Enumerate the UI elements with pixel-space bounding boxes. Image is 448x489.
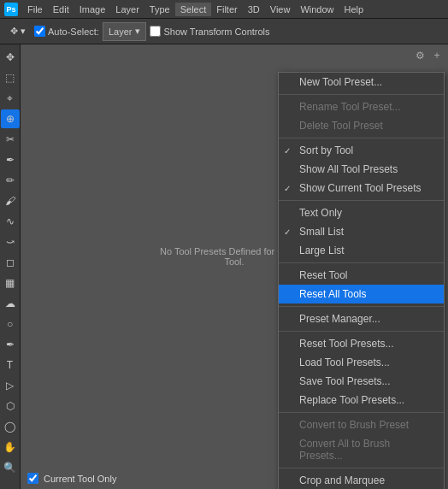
- menu-item-label: Replace Tool Presets...: [299, 394, 404, 406]
- menu-item-label: Rename Tool Preset...: [299, 101, 401, 113]
- menu-item-rename-tool-preset: Rename Tool Preset...: [279, 97, 444, 116]
- menu-item-new-tool-preset[interactable]: New Tool Preset...: [279, 73, 444, 91]
- layer-dropdown[interactable]: Layer ▾: [103, 22, 147, 41]
- auto-select-checkbox[interactable]: [34, 26, 45, 37]
- menu-item-label: Text Only: [299, 207, 342, 219]
- menu-type[interactable]: Type: [144, 3, 175, 16]
- menu-item-label: Reset All Tools: [299, 288, 367, 300]
- tool-dodge[interactable]: ○: [1, 315, 20, 333]
- tool-text[interactable]: T: [1, 356, 20, 374]
- checkmark-icon: ✓: [284, 146, 291, 156]
- menu-edit[interactable]: Edit: [48, 3, 74, 16]
- menu-window[interactable]: Window: [295, 3, 339, 16]
- tool-history[interactable]: ⤻: [1, 233, 20, 251]
- menu-item-save-tool-presets[interactable]: Save Tool Presets...: [279, 372, 444, 391]
- menu-item-reset-tool[interactable]: Reset Tool: [279, 266, 444, 285]
- menu-item-label: Show All Tool Presets: [299, 163, 398, 175]
- menu-separator: [279, 200, 444, 201]
- auto-select-label: Auto-Select:: [48, 27, 99, 37]
- tool-blur[interactable]: ☁: [1, 294, 20, 313]
- tool-3d[interactable]: ◯: [1, 417, 20, 436]
- tool-move[interactable]: ✥: [1, 48, 20, 67]
- menu-separator: [279, 412, 444, 413]
- presets-panel: ⚙ + New Tool Preset...Rename Tool Preset…: [21, 44, 448, 489]
- menu-item-replace-tool-presets[interactable]: Replace Tool Presets...: [279, 391, 444, 409]
- menu-item-label: Reset Tool: [299, 269, 347, 281]
- menu-item-preset-manager[interactable]: Preset Manager...: [279, 309, 444, 328]
- menu-item-label: Convert All to Brush Presets...: [299, 438, 430, 462]
- tool-brush[interactable]: 🖌: [1, 191, 20, 210]
- tool-lasso[interactable]: ⌖: [1, 89, 20, 108]
- tool-hand[interactable]: ✋: [1, 438, 20, 457]
- move-tool-button[interactable]: ✥ ▾: [5, 24, 31, 38]
- menu-item-convert-all-to-brush: Convert All to Brush Presets...: [279, 434, 444, 465]
- tool-rectangular[interactable]: ⬚: [1, 68, 20, 87]
- menu-item-convert-to-brush: Convert to Brush Preset: [279, 415, 444, 434]
- menu-item-label: Load Tool Presets...: [299, 356, 390, 368]
- menu-item-label: Small List: [299, 226, 344, 238]
- app-icon: Ps: [3, 2, 19, 17]
- auto-select-checkbox-label[interactable]: Auto-Select:: [34, 26, 99, 37]
- menu-item-show-all-tool-presets[interactable]: Show All Tool Presets: [279, 160, 444, 179]
- tool-eyedropper[interactable]: ✒: [1, 150, 20, 169]
- menu-item-load-tool-presets[interactable]: Load Tool Presets...: [279, 353, 444, 372]
- menu-item-crop-marquee[interactable]: Crop and Marquee: [279, 471, 444, 489]
- tool-zoom[interactable]: 🔍: [1, 458, 20, 477]
- menu-item-reset-all-tools[interactable]: Reset All Tools: [279, 285, 444, 303]
- tool-heal[interactable]: ✏: [1, 171, 20, 190]
- menu-item-reset-tool-presets[interactable]: Reset Tool Presets...: [279, 334, 444, 353]
- menu-item-label: Delete Tool Preset: [299, 120, 383, 132]
- main-area: ✥ ⬚ ⌖ ⊕ ✂ ✒ ✏ 🖌 ∿ ⤻ ◻ ▦ ☁ ○ ✒ T ▷ ⬡ ◯ ✋ …: [0, 44, 448, 489]
- menu-separator: [279, 262, 444, 263]
- menu-item-sort-by-tool[interactable]: ✓Sort by Tool: [279, 141, 444, 160]
- menu-item-label: Reset Tool Presets...: [299, 338, 394, 350]
- show-transform-text: Show Transform Controls: [163, 27, 269, 37]
- tool-eraser[interactable]: ◻: [1, 253, 20, 272]
- layer-label: Layer: [109, 27, 133, 37]
- current-tool-only-label: Current Tool Only: [44, 474, 116, 484]
- move-dropdown-icon: ▾: [21, 26, 26, 37]
- side-toolbar: ✥ ⬚ ⌖ ⊕ ✂ ✒ ✏ 🖌 ∿ ⤻ ◻ ▦ ☁ ○ ✒ T ▷ ⬡ ◯ ✋ …: [0, 44, 21, 489]
- menu-item-label: Sort by Tool: [299, 144, 353, 156]
- menu-separator: [279, 468, 444, 468]
- dropdown-menu: New Tool Preset...Rename Tool Preset...D…: [278, 72, 445, 489]
- menu-separator: [279, 94, 444, 95]
- show-transform-checkbox[interactable]: [150, 26, 161, 37]
- menu-item-text-only[interactable]: Text Only: [279, 203, 444, 222]
- panel-icons: ⚙ + New Tool Preset...Rename Tool Preset…: [412, 48, 445, 63]
- menu-item-label: New Tool Preset...: [299, 76, 382, 88]
- menu-3d[interactable]: 3D: [243, 3, 265, 16]
- gear-button[interactable]: ⚙: [412, 48, 427, 63]
- menu-item-large-list[interactable]: Large List: [279, 241, 444, 260]
- menu-item-label: Save Tool Presets...: [299, 375, 391, 387]
- menu-help[interactable]: Help: [339, 3, 369, 16]
- checkmark-icon: ✓: [284, 227, 291, 237]
- tool-crop[interactable]: ✂: [1, 130, 20, 149]
- menu-item-label: Large List: [299, 244, 345, 256]
- current-tool-only-checkbox[interactable]: [27, 473, 38, 484]
- tool-gradient[interactable]: ▦: [1, 274, 20, 292]
- ps-logo: Ps: [4, 3, 18, 16]
- tool-shape[interactable]: ⬡: [1, 397, 20, 415]
- menu-separator: [279, 306, 444, 307]
- tool-path[interactable]: ▷: [1, 376, 20, 395]
- menu-view[interactable]: View: [265, 3, 296, 16]
- presets-empty-line2: Tool.: [224, 256, 244, 267]
- tool-pen[interactable]: ✒: [1, 335, 20, 354]
- menu-separator: [279, 138, 444, 138]
- menu-image[interactable]: Image: [74, 3, 111, 16]
- layer-dropdown-icon: ▾: [135, 26, 140, 37]
- show-transform-label[interactable]: Show Transform Controls: [150, 26, 269, 37]
- tool-clone[interactable]: ∿: [1, 212, 20, 231]
- menu-layer[interactable]: Layer: [110, 3, 144, 16]
- add-preset-button[interactable]: +: [429, 48, 445, 63]
- menu-item-show-current-tool-presets[interactable]: ✓Show Current Tool Presets: [279, 179, 444, 197]
- tool-select[interactable]: ⊕: [1, 109, 20, 128]
- menu-filter[interactable]: Filter: [211, 3, 242, 16]
- menu-select[interactable]: Select: [175, 3, 212, 16]
- move-icon: ✥: [10, 26, 18, 37]
- menu-item-small-list[interactable]: ✓Small List: [279, 222, 444, 241]
- menu-separator: [279, 331, 444, 332]
- menu-file[interactable]: File: [22, 3, 48, 16]
- menu-item-delete-tool-preset: Delete Tool Preset: [279, 116, 444, 135]
